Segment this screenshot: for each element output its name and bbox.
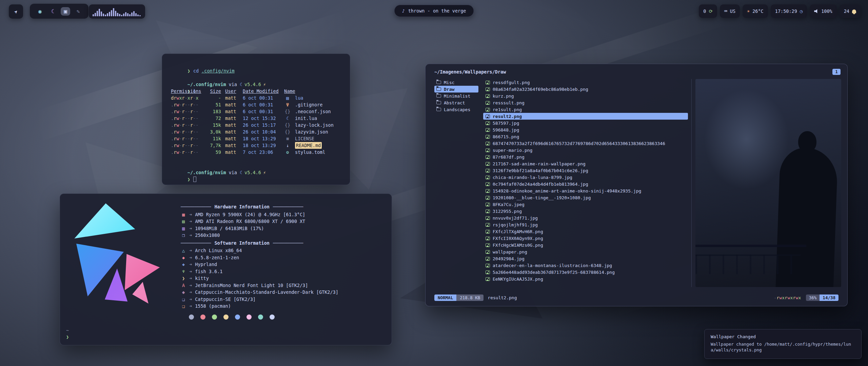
file-item[interactable]: 68747470733a2f2f696d616765732d7769786d70… — [483, 140, 688, 147]
graph-bar — [103, 14, 104, 16]
listing-row: .rw-r--r-- 51 matt 6 oct 00:31 Ψ .gitign… — [171, 101, 341, 108]
prompt-context-line: ~/.config/nvimvia☾v5.4.6⚡ — [171, 162, 341, 169]
file-item[interactable]: super-mario.png — [483, 147, 688, 154]
file-item[interactable]: wallpaper.png — [483, 248, 688, 255]
info-text: AMD ATI Radeon RX 6800/6800 XT / 6900 XT — [195, 218, 305, 225]
file-name: 3126f7e9bbf21a8a4af0b67b041c6e26.jpg — [493, 168, 588, 173]
info-text: 1558 (pacman) — [195, 303, 231, 310]
file-item[interactable]: rsjqojlmjhf91.jpg — [483, 221, 688, 228]
graph-bar — [133, 11, 135, 16]
file-name: 8FKa7Cu.jpeg — [493, 202, 525, 207]
graph-bar — [123, 14, 124, 16]
info-line: ❒ ➜ 868x366 — [181, 232, 383, 239]
file-item[interactable]: 5a266e448add93deab367d87173e9f25-6837886… — [483, 269, 688, 276]
workspace-button[interactable]: ◉ — [35, 7, 45, 16]
file-item[interactable]: re1sult.png — [483, 106, 688, 113]
notification-popup[interactable]: Wallpaper Changed Wallpaper changed to /… — [704, 329, 862, 359]
music-widget[interactable]: ♪ thrown - on the verge — [394, 5, 474, 17]
palette-dot — [246, 314, 252, 320]
info-icon: ❒ — [181, 232, 186, 239]
file-permissions: .rw-r--r-- — [171, 135, 202, 142]
file-item[interactable]: EeNKYgIUcAAJ5JX.png — [483, 276, 688, 282]
file-name: wallpaper.png — [493, 249, 527, 255]
file-item[interactable]: result2.png — [483, 113, 688, 120]
folder-item[interactable]: Minimalist — [434, 93, 478, 99]
updates-icon: ⟳ — [709, 8, 712, 14]
file-item[interactable]: 0c794faf07de24a4db4d4fb1eb813964.jpg — [483, 181, 688, 187]
notification-body: Wallpaper changed to /home/matt/.config/… — [711, 341, 855, 353]
folder-item[interactable]: Misc — [434, 79, 478, 86]
keyboard-icon: ⌨ — [724, 8, 727, 14]
file-item[interactable]: chica-mirando-la-luna-8799.jpg — [483, 174, 688, 181]
file-name: 587597.jpg — [493, 121, 519, 126]
music-note-icon: ♪ — [402, 8, 405, 14]
keyboard-layout-widget[interactable]: ⌨ US — [720, 4, 740, 18]
folder-icon — [436, 87, 441, 91]
info-icon: ▥ — [181, 225, 186, 232]
file-item[interactable]: 3126f7e9bbf21a8a4af0b67b041c6e26.jpg — [483, 167, 688, 174]
mode-badge: NORMAL — [434, 294, 456, 301]
graph-bar — [97, 11, 98, 16]
cwd-path: ~/.config/nvim — [188, 82, 226, 87]
file-item[interactable]: 3122955.png — [483, 208, 688, 215]
updates-widget[interactable]: 0 ⟳ — [699, 4, 717, 18]
file-item[interactable]: kurz.png — [483, 93, 688, 99]
arrow-icon: ➜ — [189, 225, 192, 232]
listing-header: Permissions Size User Date Modified Name — [171, 88, 341, 95]
file-item[interactable]: 87r687df.png — [483, 154, 688, 160]
distro-logo — [72, 203, 166, 307]
workspace-button[interactable]: ▣ — [61, 7, 70, 16]
image-file-icon — [486, 148, 490, 152]
file-type-icon: {} — [284, 128, 291, 135]
temperature-label: 26°C — [752, 8, 764, 14]
tab-badge[interactable]: 1 — [832, 69, 841, 75]
volume-widget[interactable]: 100% — [810, 4, 837, 18]
workspace-button[interactable]: ✎ — [74, 7, 83, 16]
file-item[interactable]: atardecer-en-la-montanas-ilustracion-634… — [483, 262, 688, 269]
weather-widget[interactable]: ☀ 26°C — [743, 4, 768, 18]
graph-bar — [111, 10, 112, 16]
file-item[interactable]: 20492984.jpg — [483, 255, 688, 262]
workspace-button[interactable]: ☾ — [48, 7, 58, 16]
file-item[interactable]: 217167-sad-anime-rain-wallpaper.png — [483, 160, 688, 167]
terminal-window[interactable]: ❯cd.config/nvim ~/.config/nvimvia☾v5.4.6… — [162, 54, 350, 185]
file-item[interactable]: FXfcII0X0AQyn9X.png — [483, 235, 688, 242]
image-file-icon — [486, 223, 490, 227]
file-item[interactable]: ressdfgult.png — [483, 79, 688, 86]
folder-item[interactable]: Abstract — [434, 99, 478, 106]
launcher-button[interactable]: ➤ — [9, 4, 23, 19]
lua-version: v5.4.6 — [244, 170, 261, 175]
file-type-icon: ⚙ — [284, 149, 291, 156]
file-permissions: drwxr-xr-x — [171, 95, 202, 101]
file-item[interactable]: 8FKa7Cu.jpeg — [483, 201, 688, 208]
info-text: AMD Ryzen 9 5900X (24) @ 4.9GHz [61.3°C] — [195, 211, 305, 218]
listing-row: .rw-r--r-- 59 matt 7 oct 23:06 ⚙ stylua.… — [171, 149, 341, 156]
arrow-icon: ➜ — [189, 282, 192, 289]
file-item[interactable]: nnvuv0xj2df71.jpg — [483, 215, 688, 221]
file-item[interactable]: FXfcJlTXgAMvH6R.png — [483, 228, 688, 235]
file-item[interactable]: 866715.png — [483, 133, 688, 140]
file-date: 6 oct 00:31 — [243, 95, 280, 101]
file-item[interactable]: FXfcHgcWIAMzs0G.png — [483, 242, 688, 248]
fastfetch-window[interactable]: ─────────── Hardware Information ───────… — [60, 194, 392, 345]
file-manager-window[interactable]: ~/Imagenes/Wallpapers/Draw 1 Misc Draw M… — [425, 64, 848, 306]
folder-item[interactable]: Landscapes — [434, 106, 478, 113]
graph-bar — [115, 11, 116, 16]
file-item[interactable]: resssult.png — [483, 99, 688, 106]
arrow-icon: ➜ — [189, 211, 192, 218]
file-item[interactable]: 154928-odinokoe_anime-art-anime-okno-sin… — [483, 187, 688, 194]
cpu-graph-widget[interactable] — [89, 4, 145, 19]
file-item[interactable]: 587597.jpg — [483, 120, 688, 126]
info-line: ❉ ➜ Catppuccin-Macchiato-Standard-Lavend… — [181, 289, 383, 296]
file-name: 19201080-__blue-tinge__-1920×1080.jpg — [493, 195, 591, 200]
arrow-icon: ➜ — [189, 296, 192, 303]
notifications-widget[interactable]: 24 — [840, 4, 861, 18]
file-item[interactable]: 08a634fa02a32364f69ebc86a98eb1eb.png — [483, 86, 688, 93]
graph-bar — [127, 13, 129, 16]
file-date: 26 oct 15:17 — [243, 122, 280, 128]
file-item[interactable]: 19201080-__blue-tinge__-1920×1080.jpg — [483, 194, 688, 201]
folder-item[interactable]: Draw — [434, 86, 478, 93]
clock-widget[interactable]: 17:50:29 ◷ — [771, 4, 807, 18]
file-item[interactable]: 596848.jpg — [483, 126, 688, 133]
file-name: 154928-odinokoe_anime-art-anime-okno-sin… — [493, 188, 641, 194]
